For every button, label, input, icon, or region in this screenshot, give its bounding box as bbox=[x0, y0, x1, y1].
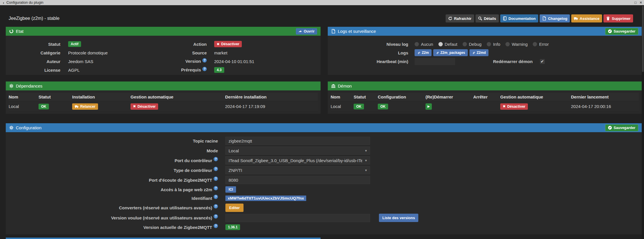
radio-debug[interactable]: Debug bbox=[463, 42, 482, 47]
demon-redemarrer: ▶ bbox=[425, 103, 473, 110]
radio-circle[interactable] bbox=[487, 42, 491, 46]
log-z2m-packages-button[interactable]: Z2m_packages bbox=[433, 49, 468, 56]
type-controleur-select[interactable]: ZNP/TI ▼ bbox=[225, 166, 370, 174]
niveau-log-label: Niveau log bbox=[328, 42, 408, 47]
source-value: market bbox=[214, 50, 227, 55]
mode-label: Mode bbox=[6, 148, 218, 153]
page-title: JeeZigbee (z2m) - stable bbox=[9, 16, 60, 21]
demon-configuration: OK bbox=[378, 104, 425, 109]
logs-panel-header: Logs et surveillance ✔ Sauvegarder bbox=[328, 27, 642, 36]
bank-icon bbox=[331, 84, 336, 88]
assistance-button-label: Assistance bbox=[580, 16, 599, 21]
identifiant-label: Identifiant? bbox=[6, 196, 218, 201]
port-controleur-help-icon[interactable]: ? bbox=[214, 157, 218, 161]
identifiant-help-icon[interactable]: ? bbox=[214, 195, 218, 199]
log-z2m-button[interactable]: Z2m bbox=[415, 49, 432, 56]
assistance-button[interactable]: Assistance bbox=[571, 14, 602, 22]
configuration-save-button-label: Sauvegarder bbox=[614, 126, 635, 130]
acces-web-help-icon[interactable]: ? bbox=[214, 186, 218, 190]
demon-panel-title: Démon bbox=[338, 84, 352, 88]
radio-circle-selected[interactable] bbox=[438, 42, 443, 46]
port-ecoute-help-icon[interactable]: ? bbox=[214, 177, 218, 181]
statut-label: Statut bbox=[6, 42, 60, 47]
version-voulue-input[interactable] bbox=[225, 214, 370, 222]
documentation-button[interactable]: Documentation bbox=[500, 14, 538, 22]
close-button[interactable]: ✕ bbox=[639, 0, 642, 5]
radio-circle[interactable] bbox=[415, 42, 419, 46]
type-controleur-help-icon[interactable]: ? bbox=[214, 167, 218, 171]
source-label: Source bbox=[150, 50, 207, 55]
paperclip-icon bbox=[436, 51, 439, 54]
log-z2md-button[interactable]: Z2md bbox=[469, 49, 488, 56]
refresh-icon bbox=[448, 16, 452, 20]
disable-plugin-button[interactable]: ✖ Désactiver bbox=[214, 41, 242, 47]
dep-derniere-date: 2024-04-17 17:19:09 bbox=[225, 104, 318, 109]
port-ecoute-label: Port d'écoute de Zigbee2MQTT? bbox=[6, 178, 218, 183]
radio-warning[interactable]: Warning bbox=[505, 42, 528, 47]
identifiant-value[interactable]: xMWTw6dTttT1uvUUecxZbVJSmcUQ7fnx bbox=[225, 196, 306, 201]
radio-aucun[interactable]: Aucun bbox=[415, 42, 433, 47]
restart-daemon-checkbox[interactable]: ✔ bbox=[540, 59, 545, 64]
port-ecoute-input[interactable] bbox=[225, 176, 370, 184]
dep-gestion: ✖ Désactiver bbox=[131, 103, 225, 110]
relaunch-dependencies-button[interactable]: Relancer bbox=[72, 103, 98, 110]
col-arreter: Arrêter bbox=[473, 94, 500, 99]
details-button[interactable]: Détails bbox=[476, 14, 499, 22]
license-value: AGPL bbox=[68, 68, 80, 73]
col-configuration: Configuration bbox=[378, 94, 425, 99]
radio-circle[interactable] bbox=[463, 42, 467, 46]
titlebar: › Configuration du plugin □ ✕ bbox=[0, 0, 644, 5]
open-plugin-button[interactable]: Ouvrir bbox=[296, 28, 317, 35]
chevron-down-icon: ▼ bbox=[365, 149, 367, 152]
restart-daemon-label: Redémarrer démon bbox=[493, 59, 533, 64]
disable-dependencies-auto-button[interactable]: ✖ Désactiver bbox=[131, 103, 158, 110]
share-arrow-icon bbox=[298, 30, 302, 33]
topic-racine-input[interactable] bbox=[225, 137, 370, 145]
dependances-table-row: Local OK Relancer ✖ Désactiver 2024-04-1… bbox=[9, 101, 318, 111]
chevron-down-icon: ▼ bbox=[365, 159, 367, 162]
delete-button[interactable]: Supprimer bbox=[603, 14, 633, 22]
version-actuelle-label: Version actuelle de Zigbee2MQTT? bbox=[6, 225, 218, 230]
dep-installation: Relancer bbox=[72, 103, 131, 110]
log-level-radio-group: Aucun Defaut Debug Info Warning Error bbox=[415, 42, 549, 47]
editer-button[interactable]: Editer bbox=[225, 204, 244, 212]
radio-circle[interactable] bbox=[505, 42, 510, 46]
maximize-button[interactable]: □ bbox=[635, 0, 637, 5]
configuration-save-button[interactable]: ✔ Sauvegarder bbox=[605, 124, 638, 131]
trash-icon bbox=[606, 16, 610, 20]
liste-versions-button[interactable]: Liste des versions bbox=[379, 214, 418, 222]
version-actuelle-help-icon[interactable]: ? bbox=[214, 224, 218, 228]
radio-info[interactable]: Info bbox=[487, 42, 500, 47]
converters-help-icon[interactable]: ? bbox=[214, 204, 218, 208]
delete-button-label: Supprimer bbox=[612, 16, 630, 21]
x-icon: ✖ bbox=[217, 42, 219, 46]
logs-save-button[interactable]: ✔ Sauvegarder bbox=[605, 28, 638, 35]
version-actuelle-badge: 1.36.1 bbox=[225, 224, 240, 230]
prerequis-help-icon[interactable]: ? bbox=[202, 67, 207, 71]
heartbeat-input[interactable] bbox=[415, 58, 455, 65]
version-value: 2024-04-10 01:01:51 bbox=[214, 59, 254, 64]
radio-defaut[interactable]: Defaut bbox=[438, 42, 457, 47]
mode-select[interactable]: Local ▼ bbox=[225, 147, 370, 155]
open-plugin-button-label: Ouvrir bbox=[304, 29, 315, 33]
search-icon bbox=[478, 16, 482, 20]
radio-error[interactable]: Error bbox=[533, 42, 549, 47]
version-help-icon[interactable]: ? bbox=[202, 58, 207, 62]
ici-link-button[interactable]: ICI bbox=[225, 186, 236, 193]
disable-daemon-auto-button[interactable]: ✖ Désactiver bbox=[500, 103, 528, 110]
dependances-table: Nom Statut Installation Gestion automati… bbox=[9, 92, 318, 112]
scrollbar-thumb[interactable] bbox=[642, 6, 644, 72]
dependances-table-header: Nom Statut Installation Gestion automati… bbox=[9, 92, 318, 101]
col-nom: Nom bbox=[9, 94, 39, 99]
changelog-button[interactable]: Changelog bbox=[540, 14, 570, 22]
radio-circle[interactable] bbox=[533, 42, 537, 46]
scrollbar[interactable] bbox=[642, 5, 644, 239]
chevron-down-icon: ▼ bbox=[365, 169, 367, 172]
logs-panel: Logs et surveillance ✔ Sauvegarder Nivea… bbox=[328, 27, 642, 75]
restart-daemon-button[interactable]: ▶ bbox=[425, 103, 432, 110]
refresh-button[interactable]: Rafraichir bbox=[446, 14, 474, 22]
documentation-button-label: Documentation bbox=[509, 16, 536, 21]
version-voulue-help-icon[interactable]: ? bbox=[214, 214, 218, 219]
port-controleur-select[interactable]: ITead Sonoff_Zigbee_3.0_USB_Dongle_Plus … bbox=[225, 156, 370, 164]
next-panel-header-partial bbox=[6, 238, 321, 239]
